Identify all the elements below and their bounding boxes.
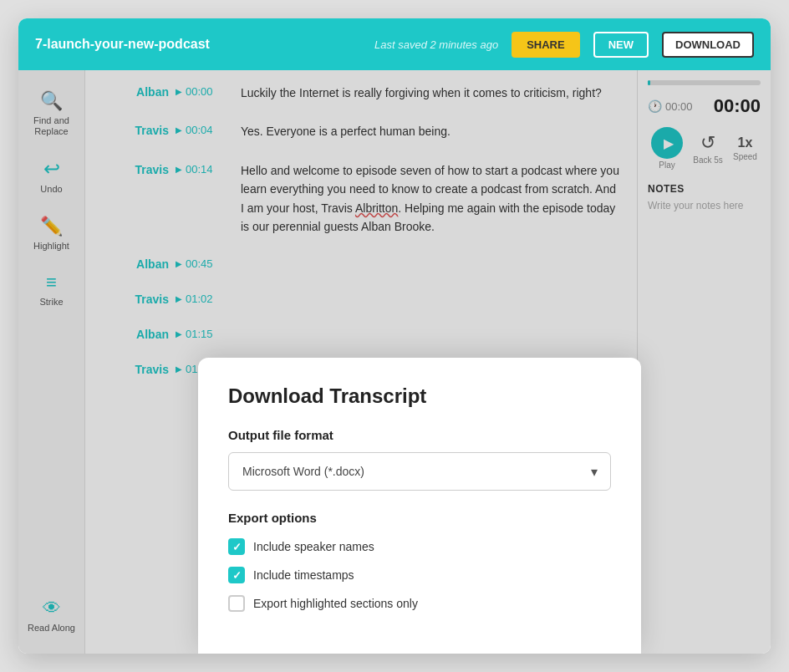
main-content: 🔍 Find and Replace ↩ Undo ✏️ Highlight ≡…	[18, 70, 771, 654]
saved-status: Last saved 2 minutes ago	[374, 38, 498, 51]
download-header-button[interactable]: DOWNLOAD	[662, 32, 754, 58]
checkbox-label-highlighted: Export highlighted sections only	[253, 597, 418, 610]
checkbox-label-speaker-names: Include speaker names	[253, 540, 374, 553]
format-select[interactable]: Microsoft Word (*.docx) PDF (*.pdf) Plai…	[228, 452, 611, 491]
new-button[interactable]: NEW	[593, 32, 649, 58]
share-button[interactable]: SHARE	[512, 32, 580, 58]
app-window: 7-launch-your-new-podcast Last saved 2 m…	[18, 18, 771, 654]
format-label: Output file format	[228, 428, 611, 442]
modal-title: Download Transcript	[228, 384, 611, 408]
checkbox-speaker-names[interactable]: ✓	[228, 538, 245, 555]
checkbox-highlighted[interactable]: ✓	[228, 595, 245, 612]
checkmark-icon: ✓	[232, 569, 242, 582]
header: 7-launch-your-new-podcast Last saved 2 m…	[18, 18, 771, 70]
modal-overlay: Download Transcript Output file format M…	[18, 70, 771, 654]
download-modal: Download Transcript Output file format M…	[198, 358, 641, 654]
checkbox-row-timestamps: ✓ Include timestamps	[228, 567, 611, 583]
checkbox-timestamps[interactable]: ✓	[228, 567, 245, 583]
project-title: 7-launch-your-new-podcast	[35, 37, 361, 52]
format-select-wrapper: Microsoft Word (*.docx) PDF (*.pdf) Plai…	[228, 452, 611, 491]
export-options-label: Export options	[228, 511, 611, 525]
checkbox-label-timestamps: Include timestamps	[253, 568, 354, 582]
checkbox-row-speaker-names: ✓ Include speaker names	[228, 538, 611, 555]
checkmark-icon: ✓	[232, 541, 242, 553]
checkbox-row-highlighted: ✓ Export highlighted sections only	[228, 595, 611, 612]
